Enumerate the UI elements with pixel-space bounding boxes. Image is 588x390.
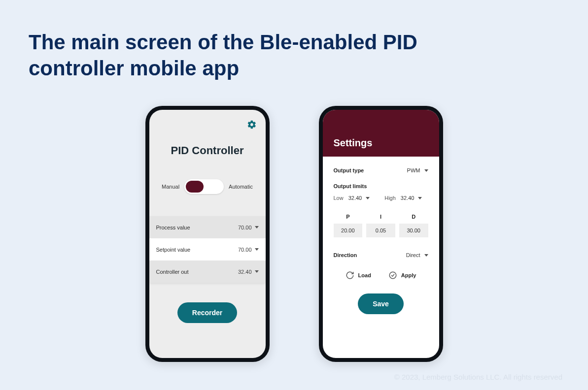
chevron-down-icon <box>424 169 428 172</box>
low-select[interactable]: 32.40 <box>348 195 370 201</box>
settings-gear-icon[interactable] <box>247 120 257 131</box>
chevron-down-icon <box>255 226 259 228</box>
check-circle-icon <box>388 271 397 280</box>
process-value-row: Process value 70.00 <box>149 216 266 238</box>
chevron-down-icon <box>255 248 259 251</box>
app-title: PID Controller <box>149 110 266 157</box>
apply-label: Apply <box>401 272 416 278</box>
chevron-down-icon <box>418 197 422 199</box>
pid-p-col: P 20.00 <box>334 214 363 237</box>
setpoint-value: 70.00 <box>238 247 252 253</box>
output-type-select[interactable]: PWM <box>407 167 428 173</box>
pid-i-label: I <box>366 214 395 220</box>
mode-toggle[interactable] <box>184 179 224 194</box>
phone-1-screen: PID Controller Manual Automatic Process … <box>149 110 266 358</box>
apply-button[interactable]: Apply <box>388 271 416 280</box>
high-select[interactable]: 32.40 <box>401 195 422 201</box>
setpoint-value-row: Setpoint value 70.00 <box>149 238 266 260</box>
setpoint-value-label: Setpoint value <box>156 247 191 253</box>
svg-point-0 <box>389 272 396 279</box>
toggle-knob <box>186 181 204 193</box>
high-limit: High 32.40 <box>384 195 422 201</box>
footer-credit: © 2023, Lemberg Solutions LLC. All right… <box>394 373 562 381</box>
mode-label-automatic: Automatic <box>229 184 253 190</box>
chevron-down-icon <box>424 254 428 257</box>
pid-d-col: D 30.00 <box>399 214 428 237</box>
controller-out-label: Controller out <box>156 269 189 275</box>
recorder-button[interactable]: Recorder <box>177 302 237 323</box>
chevron-down-icon <box>255 270 259 273</box>
high-value: 32.40 <box>401 195 415 201</box>
save-button[interactable]: Save <box>358 293 404 314</box>
setpoint-value-select[interactable]: 70.00 <box>238 247 259 253</box>
load-button[interactable]: Load <box>346 271 371 280</box>
direction-row: Direction Direct <box>334 252 428 258</box>
process-value-select[interactable]: 70.00 <box>238 225 259 230</box>
settings-header: Settings <box>323 110 439 157</box>
controller-out-value: 32.40 <box>238 269 252 275</box>
phone-mockups: PID Controller Manual Automatic Process … <box>0 106 588 362</box>
low-limit: Low 32.40 <box>334 195 370 201</box>
reload-icon <box>346 271 354 280</box>
pid-p-input[interactable]: 20.00 <box>334 224 363 237</box>
direction-select[interactable]: Direct <box>406 252 428 258</box>
direction-value: Direct <box>406 252 420 258</box>
phone-2-screen: Settings Output type PWM Output limits L… <box>323 110 439 358</box>
pid-d-input[interactable]: 30.00 <box>399 224 428 237</box>
pid-d-label: D <box>399 214 428 220</box>
page-title: The main screen of the Ble-enabled PID c… <box>29 30 472 81</box>
chevron-down-icon <box>366 197 370 199</box>
phone-1: PID Controller Manual Automatic Process … <box>145 106 270 362</box>
output-limits-label: Output limits <box>334 183 428 189</box>
phone-2: Settings Output type PWM Output limits L… <box>319 106 443 362</box>
pid-p-label: P <box>334 214 363 220</box>
mode-toggle-group: Manual Automatic <box>149 179 266 194</box>
output-type-value: PWM <box>407 167 420 173</box>
pid-row: P 20.00 I 0.05 D 30.00 <box>334 214 428 237</box>
mode-label-manual: Manual <box>162 184 179 190</box>
output-limits-row: Low 32.40 High 32.40 <box>334 195 428 201</box>
pid-i-input[interactable]: 0.05 <box>366 224 395 237</box>
high-label: High <box>384 195 396 201</box>
low-value: 32.40 <box>348 195 362 201</box>
settings-body: Output type PWM Output limits Low 32.40 <box>323 157 439 314</box>
pid-i-col: I 0.05 <box>366 214 395 237</box>
value-rows: Process value 70.00 Setpoint value 70.00… <box>149 216 266 283</box>
process-value-label: Process value <box>156 225 190 230</box>
output-type-row: Output type PWM <box>334 167 428 173</box>
controller-out-row: Controller out 32.40 <box>149 260 266 283</box>
action-row: Load Apply <box>334 271 428 280</box>
process-value: 70.00 <box>238 225 252 230</box>
load-label: Load <box>358 272 371 278</box>
direction-label: Direction <box>334 252 357 258</box>
output-type-label: Output type <box>334 167 364 173</box>
low-label: Low <box>334 195 344 201</box>
controller-out-select[interactable]: 32.40 <box>238 269 259 275</box>
